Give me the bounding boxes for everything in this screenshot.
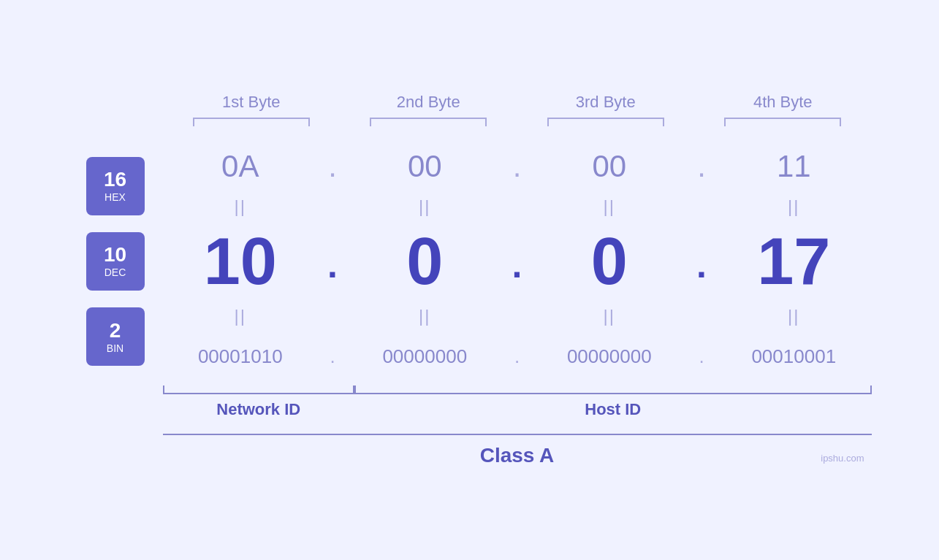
bin-b3: 00000000 [532, 345, 688, 368]
hex-badge-unit: HEX [104, 192, 126, 202]
dec-b2: 0 [347, 224, 503, 299]
eq-2-b3: || [532, 306, 688, 326]
dec-b1: 10 [163, 224, 319, 299]
bracket-cell-1 [163, 118, 341, 126]
bin-b1: 00001010 [163, 345, 319, 368]
bin-badge: 2 BIN [86, 307, 145, 366]
host-bracket-wrap: Host ID [354, 386, 872, 419]
eq-1-b3: || [532, 196, 688, 217]
hex-b4: 11 [716, 149, 872, 184]
equals-row-1: || || || || [163, 192, 872, 221]
hex-dot-3: . [687, 149, 716, 184]
bracket-cell-3 [517, 118, 695, 126]
bracket-cell-2 [340, 118, 517, 126]
bin-badge-unit: BIN [107, 343, 123, 353]
bracket-cell-4 [694, 118, 872, 126]
eq-1-b4: || [716, 196, 872, 217]
content-area: 16 HEX 10 DEC 2 BIN 0A . [68, 141, 872, 382]
dec-dot-2: . [503, 244, 532, 279]
bin-dot-1: . [318, 345, 347, 368]
hex-dot-2: . [503, 149, 532, 184]
hex-b1: 0A [163, 149, 319, 184]
byte-label-3: 3rd Byte [517, 93, 695, 118]
dec-row: 10 . 0 . 0 . 17 [163, 221, 872, 302]
values-column: 0A . 00 . 00 . 11 [163, 141, 872, 382]
byte-label-1: 1st Byte [163, 93, 341, 118]
class-section: Class A [68, 434, 872, 467]
dec-dot-1: . [318, 244, 347, 279]
hex-badge: 16 HEX [86, 157, 145, 215]
badge-column: 16 HEX 10 DEC 2 BIN [68, 141, 163, 382]
eq-2-b4: || [716, 306, 872, 326]
network-bracket-wrap: Network ID [163, 386, 355, 419]
class-line [163, 434, 872, 435]
bin-b2: 00000000 [347, 345, 503, 368]
host-bracket-line [354, 386, 872, 394]
header-row: 1st Byte 2nd Byte 3rd Byte 4th Byte [68, 93, 872, 118]
bracket-top-row [68, 118, 872, 126]
byte-label-4: 4th Byte [694, 93, 872, 118]
dec-badge-unit: DEC [104, 267, 126, 277]
main-container: 1st Byte 2nd Byte 3rd Byte 4th Byte 16 H… [68, 93, 872, 467]
hex-badge-number: 16 [104, 169, 126, 190]
dec-badge-number: 10 [104, 245, 126, 265]
watermark: ipshu.com [821, 453, 864, 464]
eq-1-b1: || [163, 196, 319, 217]
bin-badge-number: 2 [110, 321, 121, 341]
class-label: Class A [163, 444, 872, 467]
dec-b3: 0 [532, 224, 688, 299]
eq-1-b2: || [347, 196, 503, 217]
host-id-label: Host ID [585, 400, 641, 419]
equals-row-2: || || || || [163, 302, 872, 331]
network-id-label: Network ID [216, 400, 300, 419]
dec-badge: 10 DEC [86, 232, 145, 291]
eq-2-b2: || [347, 306, 503, 326]
bottom-section: Network ID Host ID [68, 386, 872, 419]
hex-row: 0A . 00 . 00 . 11 [163, 141, 872, 192]
bin-row: 00001010 . 00000000 . 00000000 . [163, 331, 872, 382]
network-bracket-line [163, 386, 355, 394]
eq-2-b1: || [163, 306, 319, 326]
network-host-row: Network ID Host ID [163, 386, 872, 419]
bin-dot-2: . [503, 345, 532, 368]
dec-b4: 17 [716, 224, 872, 299]
hex-b3: 00 [532, 149, 688, 184]
hex-b2: 00 [347, 149, 503, 184]
bin-b4: 00010001 [716, 345, 872, 368]
hex-dot-1: . [318, 149, 347, 184]
byte-label-2: 2nd Byte [340, 93, 517, 118]
bin-dot-3: . [687, 345, 716, 368]
dec-dot-3: . [687, 244, 716, 279]
